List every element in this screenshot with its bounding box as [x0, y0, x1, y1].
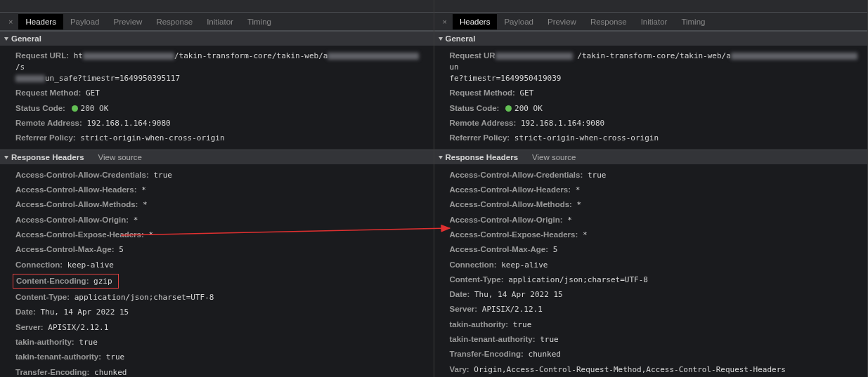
label: takin-tenant-authority:: [15, 352, 101, 361]
left-panel: × Headers Payload Preview Response Initi…: [0, 0, 434, 377]
label: Access-Control-Expose-Headers:: [450, 230, 578, 239]
value: Thu, 14 Apr 2022 15: [40, 307, 129, 317]
label: Connection:: [450, 260, 497, 269]
label: Access-Control-Allow-Headers:: [15, 185, 137, 194]
value: chunked: [94, 368, 127, 377]
top-bar: [0, 0, 434, 13]
right-panel: × Headers Payload Preview Response Initi…: [434, 0, 869, 377]
label: Access-Control-Allow-Origin:: [15, 216, 129, 224]
label: Access-Control-Max-Age:: [15, 245, 115, 253]
status-dot-icon: [505, 105, 512, 112]
content-encoding-row: Content-Encoding: gzip: [15, 272, 431, 290]
tab-headers[interactable]: Headers: [453, 14, 497, 29]
tab-preview[interactable]: Preview: [106, 14, 149, 29]
chevron-down-icon: [439, 156, 443, 159]
value: true: [540, 335, 559, 344]
tab-response[interactable]: Response: [583, 14, 634, 29]
value: *: [148, 230, 153, 239]
value: gzip: [93, 277, 112, 286]
value: keep-alive: [501, 260, 548, 270]
section-response-headers[interactable]: Response Headers View source: [0, 150, 434, 164]
label: takin-tenant-authority:: [450, 335, 536, 343]
view-source-link[interactable]: View source: [532, 153, 576, 161]
label: Content-Type:: [15, 293, 70, 301]
chevron-down-icon: [439, 37, 443, 41]
label: Access-Control-Max-Age:: [450, 245, 549, 253]
scroll-area[interactable]: General Request UR /takin-transform-core…: [434, 31, 868, 377]
label: Date:: [15, 307, 36, 316]
tab-preview[interactable]: Preview: [540, 14, 583, 29]
tab-timing[interactable]: Timing: [240, 14, 278, 29]
response-headers-body: Access-Control-Allow-Credentials: true A…: [0, 164, 434, 377]
label: Access-Control-Allow-Credentials:: [15, 171, 149, 179]
value: *: [143, 200, 148, 209]
general-body: Request URL: ht/takin-transform-core/tak…: [0, 46, 434, 150]
label: Server:: [450, 305, 478, 313]
label: Access-Control-Allow-Headers:: [450, 185, 571, 194]
section-title: General: [446, 34, 476, 43]
label: Access-Control-Expose-Headers:: [15, 230, 144, 239]
tab-initiator[interactable]: Initiator: [200, 14, 240, 29]
label: Access-Control-Allow-Methods:: [15, 200, 138, 209]
label: Status Code:: [15, 104, 65, 112]
section-general[interactable]: General: [434, 31, 868, 46]
label: Referrer Policy:: [450, 133, 510, 142]
label: Vary:: [450, 365, 469, 373]
section-title: General: [11, 34, 41, 43]
view-source-link[interactable]: View source: [98, 153, 142, 161]
value: Thu, 14 Apr 2022 15: [474, 290, 563, 299]
tab-timing[interactable]: Timing: [674, 14, 712, 29]
label: Transfer-Encoding:: [450, 350, 524, 358]
close-icon[interactable]: ×: [3, 18, 18, 26]
value: true: [513, 320, 532, 329]
label: Access-Control-Allow-Credentials:: [450, 171, 583, 179]
value: true: [79, 338, 98, 347]
value: true: [588, 171, 607, 180]
status-dot-icon: [72, 105, 78, 112]
value: *: [134, 216, 138, 225]
label: Status Code:: [450, 104, 500, 112]
value: true: [153, 171, 172, 180]
label: Server:: [15, 323, 44, 331]
close-icon[interactable]: ×: [437, 18, 453, 26]
section-title: Response Headers: [11, 153, 84, 161]
label: Request Method:: [15, 88, 81, 97]
value: APISIX/2.12.1: [482, 305, 543, 314]
value: Origin,Access-Control-Request-Method,Acc…: [474, 365, 786, 374]
value: 200 OK: [514, 104, 543, 113]
tab-bar: × Headers Payload Preview Response Initi…: [434, 13, 868, 31]
value: 192.168.1.164:9080: [521, 119, 604, 128]
label: Connection:: [15, 260, 63, 269]
value: application/json;charset=UTF-8: [75, 293, 214, 302]
label: Content-Type:: [450, 275, 504, 284]
value: *: [583, 230, 588, 239]
value: APISIX/2.12.1: [48, 323, 108, 332]
value: chunked: [529, 350, 561, 359]
value: strict-origin-when-cross-origin: [514, 133, 659, 143]
scroll-area[interactable]: General Request URL: ht/takin-transform-…: [0, 31, 434, 377]
label: Content-Encoding:: [16, 277, 89, 285]
tab-payload[interactable]: Payload: [63, 14, 107, 29]
value: 200 OK: [81, 104, 109, 113]
tab-response[interactable]: Response: [149, 14, 200, 29]
label: Request UR: [450, 51, 495, 60]
value: GET: [519, 88, 533, 98]
value: 5: [553, 245, 558, 254]
tab-payload[interactable]: Payload: [497, 14, 540, 29]
value: strict-origin-when-cross-origin: [80, 133, 224, 143]
value: *: [576, 185, 581, 194]
value: *: [141, 185, 146, 194]
section-response-headers[interactable]: Response Headers View source: [434, 150, 868, 164]
tab-headers[interactable]: Headers: [18, 14, 63, 29]
section-general[interactable]: General: [0, 31, 434, 46]
label: Transfer-Encoding:: [15, 368, 89, 376]
value: keep-alive: [67, 260, 114, 270]
tab-initiator[interactable]: Initiator: [634, 14, 675, 29]
label: Request Method:: [450, 88, 515, 97]
request-url-row: Request URL: ht/takin-transform-core/tak…: [15, 48, 431, 86]
top-bar: [434, 0, 868, 13]
section-title: Response Headers: [446, 153, 519, 161]
tab-bar: × Headers Payload Preview Response Initi…: [0, 13, 434, 31]
label: takin-authority:: [15, 338, 75, 346]
label: Remote Address:: [450, 119, 517, 127]
